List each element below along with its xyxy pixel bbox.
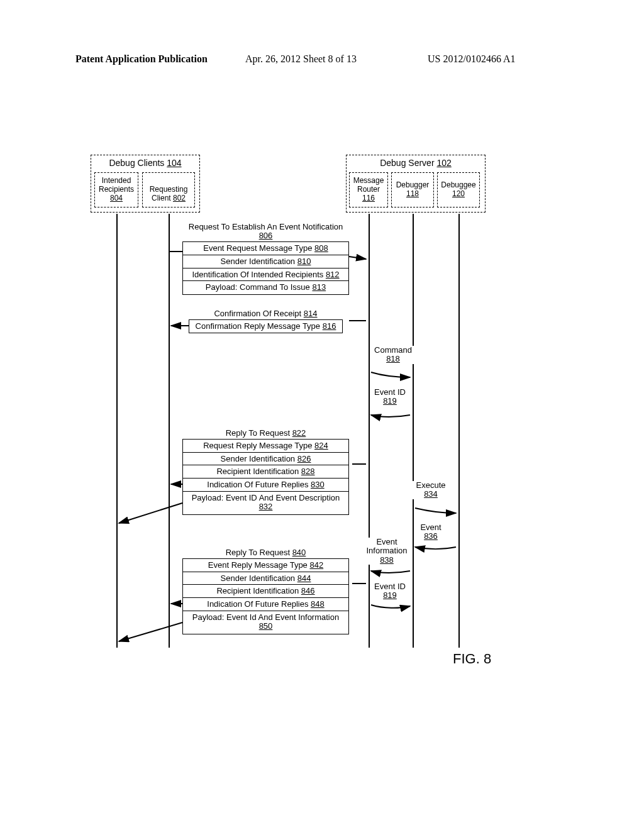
msg-822-title: Reply To Request 822 (182, 428, 349, 440)
msg-840-row4: Indication Of Future Replies 848 (182, 597, 349, 611)
debuggee-box: Debuggee 120 (437, 172, 480, 208)
debugger-box: Debugger 118 (391, 172, 434, 208)
message-router-ref: 116 (362, 194, 375, 203)
msg-840-row2: Sender Identification 844 (182, 572, 349, 585)
event-id-819b-label: Event ID819 (371, 582, 409, 600)
msg-840-title: Reply To Request 840 (182, 547, 349, 559)
msg-806-row1: Event Request Message Type 808 (182, 241, 349, 255)
event-id-819-label: Event ID819 (371, 388, 409, 406)
msg-822-row4: Indication Of Future Replies 830 (182, 478, 349, 492)
sequence-arrows (0, 0, 644, 830)
msg-806-title: Request To Establish An Event Notificati… (182, 221, 349, 243)
header-date-sheet: Apr. 26, 2012 Sheet 8 of 13 (245, 53, 357, 65)
intended-recipients-label: Intended Recipients (99, 177, 134, 194)
figure-label: FIG. 8 (453, 651, 491, 667)
debug-server-title: Debug Server 102 (347, 155, 485, 168)
debuggee-label: Debuggee (441, 181, 475, 190)
lifeline-debugger (413, 214, 414, 648)
requesting-client-label: Requesting Client 802 (150, 177, 188, 202)
lifeline-message-router (369, 214, 370, 648)
msg-840-row1: Event Reply Message Type 842 (182, 558, 349, 572)
page: Patent Application Publication Apr. 26, … (0, 0, 644, 830)
command-818-label: Command818 (371, 346, 415, 364)
message-router-label: Message Router (353, 177, 384, 194)
debugger-label: Debugger (396, 181, 430, 190)
msg-block-806: Request To Establish An Event Notificati… (182, 221, 349, 295)
header-publication: Patent Application Publication (75, 53, 208, 65)
event-info-838-label: Event Information838 (362, 538, 412, 565)
event-836-label: Event836 (415, 523, 447, 541)
intended-recipients-box: Intended Recipients 804 (94, 172, 138, 208)
msg-822-row2: Sender Identification 826 (182, 452, 349, 466)
execute-834-label: Execute834 (412, 481, 450, 499)
debug-clients-title: Debug Clients 104 (91, 155, 199, 168)
msg-block-822: Reply To Request 822 Request Reply Messa… (182, 428, 349, 515)
msg-block-814: Confirmation Of Receipt 814 Confirmation… (189, 308, 343, 333)
lifeline-intended-recipients (116, 214, 118, 648)
debugger-ref: 118 (406, 190, 419, 199)
lifeline-requesting-client (169, 214, 170, 648)
msg-block-840: Reply To Request 840 Event Reply Message… (182, 547, 349, 634)
msg-806-row2: Sender Identification 810 (182, 255, 349, 268)
debuggee-ref: 120 (452, 190, 465, 199)
requesting-client-box: Requesting Client 802 (142, 172, 195, 208)
intended-recipients-ref: 804 (110, 194, 123, 203)
msg-822-row1: Request Reply Message Type 824 (182, 439, 349, 453)
msg-840-row3: Recipient Identification 846 (182, 584, 349, 598)
lifeline-debuggee (458, 214, 460, 648)
msg-814-title: Confirmation Of Receipt 814 (189, 308, 343, 320)
msg-822-row3: Recipient Identification 828 (182, 465, 349, 479)
msg-806-row3: Identification Of Intended Recipients 81… (182, 268, 349, 282)
msg-822-row5: Payload: Event ID And Event Description8… (182, 491, 349, 515)
msg-840-row5: Payload: Event Id And Event Information8… (182, 611, 349, 634)
message-router-box: Message Router 116 (349, 172, 388, 208)
msg-806-row4: Payload: Command To Issue 813 (182, 280, 349, 294)
header-pub-number: US 2012/0102466 A1 (428, 53, 516, 65)
msg-814-row1: Confirmation Reply Message Type 816 (189, 319, 343, 333)
